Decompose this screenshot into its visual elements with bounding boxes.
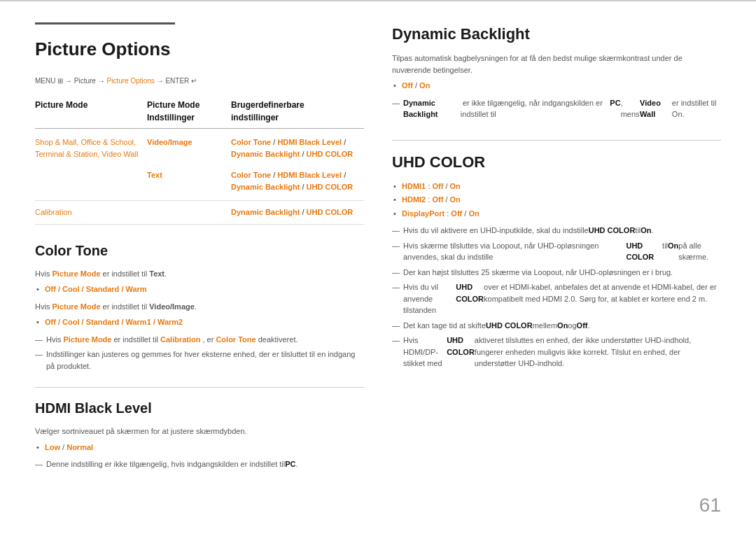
off-on-option: Off <box>402 81 413 90</box>
left-column: Picture Options MENU ⊞ → Picture → Pictu… <box>35 22 364 513</box>
color-tone-link-2: Color Tone <box>231 171 271 179</box>
uhd-color-bullets: HDMI1 : Off / On HDMI2 : Off / On <box>392 181 721 220</box>
uhd-color-bold5: UHD COLOR <box>447 335 475 358</box>
low-normal-option: Low <box>45 443 60 451</box>
th-picture-mode: Picture Mode <box>35 99 147 124</box>
menu-text: MENU <box>35 77 57 85</box>
picture-mode-dash: Picture Mode <box>63 334 111 346</box>
color-tone-video-options: Off / Cool / Standard / Warm1 / Warm2 <box>35 316 364 328</box>
uhd-color-link-2: UHD COLOR <box>307 183 354 191</box>
td-text: Text <box>147 169 231 181</box>
picture-mode-table: Picture Mode Picture ModeIndstillinger B… <box>35 99 364 225</box>
hdmi2-bullet: HDMI2 : Off / On <box>392 194 721 206</box>
th-picture-mode-indstillinger: Picture ModeIndstillinger <box>147 99 231 124</box>
hdmi1-on: On <box>450 182 461 190</box>
hdmi-black-low-normal: Low / Normal <box>35 442 364 454</box>
hdmi2-on: On <box>450 195 461 204</box>
uhd-dash3: Der kan højst tilsluttes 25 skærme via L… <box>392 267 721 279</box>
sep5: / <box>344 171 346 179</box>
displayport-off: Off <box>451 209 462 218</box>
title-accent-bar <box>35 22 175 24</box>
text-value: Text <box>149 269 164 278</box>
page-container: Picture Options MENU ⊞ → Picture → Pictu… <box>0 0 756 534</box>
menu-icon: ⊞ <box>57 77 63 85</box>
right-column: Dynamic Backlight Tilpas automatisk bagb… <box>392 22 721 513</box>
color-tone-video-bullet: Off / Cool / Standard / Warm1 / Warm2 <box>35 316 364 328</box>
hdmi-black-link-2: HDMI Black Level <box>277 171 342 179</box>
dynamic-backlight-title: Dynamic Backlight <box>392 22 721 45</box>
dyn-backlight-bold: Dynamic Backlight <box>403 97 461 120</box>
pc-ref: PC <box>285 458 295 470</box>
table-row-calibration: Calibration Dynamic Backlight / UHD COLO… <box>35 201 364 225</box>
color-tone-text-mode: Hvis Picture Mode er indstillet til Text… <box>35 268 364 280</box>
table-row-1: Shop & Mall, Office & School,Terminal & … <box>35 134 364 162</box>
color-tone-dash2: Indstillinger kan justeres og gemmes for… <box>35 349 364 372</box>
uhd-color-bold4: UHD COLOR <box>486 320 533 332</box>
menu-arrow3: → ENTER <box>157 77 191 85</box>
dynamic-backlight-dash1: Dynamic Backlight er ikke tilgængelig, n… <box>392 97 721 120</box>
sep2: / <box>344 138 346 146</box>
videowall-ref: Video Wall <box>640 97 672 120</box>
off-cool-std-warm1-warm2: Off / Cool / Standard / Warm1 / Warm2 <box>45 318 183 326</box>
page-title: Picture Options <box>35 36 364 63</box>
dynamic-backlight-off-on: Off / On <box>392 80 721 92</box>
picture-mode-link-video: Picture Mode <box>52 302 100 311</box>
hdmi-black-bullets: Low / Normal <box>35 442 364 454</box>
uhd-color-section: UHD COLOR HDMI1 : Off / On HDMI2 : Off / <box>392 140 721 370</box>
on-bold3: On <box>557 320 568 332</box>
uhd-color-bold2: UHD COLOR <box>626 240 662 263</box>
td-options-2: Color Tone / HDMI Black Level / Dynamic … <box>231 169 364 192</box>
color-tone-text-options: Off / Cool / Standard / Warm <box>35 283 364 295</box>
displayport-label: DisplayPort <box>402 209 444 218</box>
td-options-1: Color Tone / HDMI Black Level / Dynamic … <box>231 136 364 160</box>
th-brugerdefinerbare: Brugerdefinerbareindstillinger <box>231 99 364 124</box>
uhd-dash5: Det kan tage tid at skifte UHD COLOR mel… <box>392 320 721 332</box>
page-number: 61 <box>699 491 721 520</box>
pc-ref2: PC <box>610 97 620 109</box>
color-tone-section: Color Tone Hvis Picture Mode er indstill… <box>35 240 364 372</box>
on-bold2: On <box>668 240 678 252</box>
off-bold1: Off <box>577 320 588 332</box>
menu-arrow2: → <box>98 77 107 85</box>
color-tone-dash: Color Tone <box>216 334 255 346</box>
dynamic-backlight-desc: Tilpas automatisk bagbelysningen for at … <box>392 52 721 76</box>
content-area: Picture Options MENU ⊞ → Picture → Pictu… <box>0 1 756 534</box>
hdmi-black-level-section: HDMI Black Level Vælger sortniveauet på … <box>35 387 364 470</box>
hdmi-black-dash: Denne indstilling er ikke tilgængelig, h… <box>35 458 364 470</box>
menu-enter-icon: ↵ <box>191 77 197 85</box>
off-cool-std-warm: Off / Cool / Standard / Warm <box>45 285 147 293</box>
color-tone-link-1: Color Tone <box>231 138 271 146</box>
calibration-dash: Calibration <box>160 334 200 346</box>
table-row-group-1: Shop & Mall, Office & School,Terminal & … <box>35 129 364 201</box>
uhd-dash6: Hvis HDMI/DP-stikket med UHD COLOR aktiv… <box>392 335 721 370</box>
hdmi1-label: HDMI1 <box>402 182 426 190</box>
dynamic-backlight-cal: Dynamic Backlight <box>231 208 300 216</box>
uhd-dash2: Hvis skærme tilsluttes via Loopout, når … <box>392 240 721 263</box>
td-options-cal: Dynamic Backlight / UHD COLOR <box>231 206 364 218</box>
menu-item2: Picture Options <box>106 77 154 85</box>
td-video-image: Video/Image <box>147 136 231 148</box>
uhd-dash1: Hvis du vil aktivere en UHD-inputkilde, … <box>392 225 721 237</box>
table-row-2: Text Color Tone / HDMI Black Level / Dyn… <box>35 167 364 195</box>
hdmi2-off: Off <box>432 195 443 204</box>
dynamic-backlight-link-1: Dynamic Backlight <box>231 150 300 158</box>
td-calibration: Calibration <box>35 206 147 218</box>
dynamic-backlight-link-2: Dynamic Backlight <box>231 183 300 191</box>
on-option: On <box>419 81 430 90</box>
normal-option: Normal <box>66 443 93 451</box>
td-shop-mall: Shop & Mall, Office & School,Terminal & … <box>35 136 147 160</box>
hdmi-black-desc: Vælger sortniveauet på skærmen for at ju… <box>35 426 364 437</box>
dynamic-backlight-bullets: Off / On <box>392 80 721 92</box>
uhd-color-bold1: UHD COLOR <box>589 225 636 237</box>
video-image-value: Video/Image <box>149 302 195 311</box>
hdmi-black-level-title: HDMI Black Level <box>35 387 364 419</box>
menu-path: MENU ⊞ → Picture → Picture Options → ENT… <box>35 76 364 86</box>
hdmi1-bullet: HDMI1 : Off / On <box>392 181 721 192</box>
uhd-color-link-1: UHD COLOR <box>307 150 354 158</box>
dynamic-backlight-section: Dynamic Backlight Tilpas automatisk bagb… <box>392 22 721 120</box>
picture-mode-link-text: Picture Mode <box>52 269 100 278</box>
uhd-color-cal: UHD COLOR <box>307 208 354 216</box>
menu-arrow1: → <box>65 77 74 85</box>
table-header: Picture Mode Picture ModeIndstillinger B… <box>35 99 364 129</box>
uhd-color-bold3: UHD COLOR <box>456 281 484 304</box>
